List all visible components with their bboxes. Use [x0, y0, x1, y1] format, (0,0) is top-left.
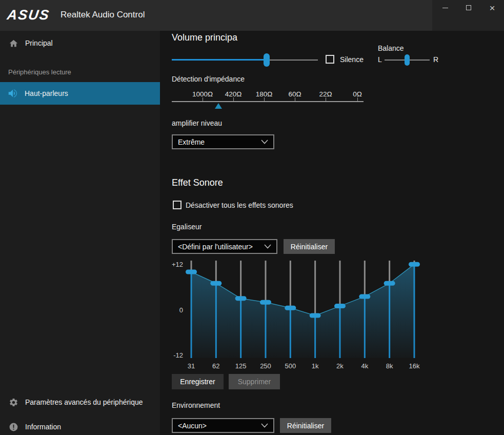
disable-all-effects-label: Désactiver tous les effets sonores	[186, 201, 293, 209]
balance-slider[interactable]	[385, 54, 430, 66]
environment-reset-button[interactable]: Réinitialiser	[280, 418, 331, 433]
chevron-down-icon	[261, 423, 268, 428]
environment-value: <Aucun>	[178, 422, 261, 430]
app-title: Realtek Audio Control	[61, 10, 145, 20]
info-icon	[9, 422, 18, 432]
titlebar: ASUS Realtek Audio Control ×	[0, 0, 504, 31]
home-icon	[9, 39, 18, 48]
amplifier-level-value: Extrême	[178, 138, 261, 146]
sidebar-item-label: Principal	[25, 39, 53, 47]
sidebar: Principal Périphériques lecture Haut-par…	[0, 31, 160, 435]
svg-text:62: 62	[212, 362, 219, 370]
amplifier-level-dropdown[interactable]: Extrême	[172, 134, 274, 149]
svg-text:2k: 2k	[336, 362, 344, 370]
svg-text:-12: -12	[173, 351, 183, 359]
silence-checkbox[interactable]	[326, 55, 334, 64]
balance-label: Balance	[378, 44, 404, 52]
volume-fill	[172, 59, 267, 61]
svg-text:125: 125	[235, 362, 247, 370]
delete-button[interactable]: Supprimer	[229, 374, 280, 389]
svg-text:16k: 16k	[409, 362, 419, 370]
equalizer-preset-value: <Défini par l'utilisateur>	[178, 243, 264, 251]
environment-label: Environnement	[172, 401, 220, 409]
impedance-tick-label: 1000Ω	[187, 90, 218, 98]
impedance-tick-label: 180Ω	[249, 90, 279, 98]
minimize-icon	[442, 8, 448, 8]
app-window: ASUS Realtek Audio Control × Principal P…	[0, 0, 504, 435]
sidebar-item-label: Haut-parleurs	[25, 89, 68, 97]
sound-effect-heading: Effet Sonore	[172, 177, 223, 188]
minimize-button[interactable]	[436, 0, 454, 15]
balance-left-label: L	[378, 55, 382, 64]
balance-thumb[interactable]	[405, 54, 410, 66]
impedance-tick	[357, 97, 358, 101]
chevron-down-icon	[264, 244, 271, 249]
svg-text:250: 250	[260, 362, 271, 370]
sidebar-item-haut-parleurs[interactable]: Haut-parleurs	[0, 82, 160, 105]
equalizer-reset-button[interactable]: Réinitialiser	[284, 239, 335, 254]
sidebar-item-principal[interactable]: Principal	[0, 33, 160, 53]
impedance-tick-label: 420Ω	[218, 90, 249, 98]
svg-text:8k: 8k	[386, 362, 393, 370]
sidebar-item-information[interactable]: Information	[0, 417, 160, 435]
impedance-tick-label: 60Ω	[279, 90, 310, 98]
svg-text:+12: +12	[172, 261, 183, 268]
volume-slider[interactable]	[172, 53, 318, 67]
balance-right-label: R	[433, 55, 438, 64]
sidebar-item-advanced-settings[interactable]: Paramètres avancés du périphérique	[0, 392, 160, 412]
impedance-tick	[326, 97, 326, 101]
close-button[interactable]: ×	[483, 0, 501, 15]
chevron-down-icon	[261, 140, 268, 144]
equalizer-label: Egaliseur	[172, 223, 201, 231]
maximize-icon	[466, 5, 471, 10]
close-icon: ×	[489, 3, 495, 13]
speaker-icon	[7, 88, 18, 99]
svg-text:0: 0	[179, 306, 183, 314]
save-button[interactable]: Enregistrer	[172, 374, 224, 389]
impedance-tick	[295, 97, 295, 101]
disable-all-effects-checkbox[interactable]	[173, 201, 182, 209]
equalizer-preset-dropdown[interactable]: <Défini par l'utilisateur>	[172, 239, 277, 254]
sidebar-section-playback-devices: Périphériques lecture	[8, 68, 71, 76]
maximize-button[interactable]	[460, 0, 477, 15]
environment-dropdown[interactable]: <Aucun>	[172, 418, 274, 433]
svg-text:500: 500	[285, 362, 296, 370]
volume-thumb[interactable]	[264, 53, 270, 67]
svg-text:4k: 4k	[361, 362, 368, 370]
main-panel: Volume principa Silence Balance L R Déte…	[160, 31, 504, 435]
impedance-scale: 1000Ω 420Ω 180Ω 60Ω 22Ω 0Ω	[172, 88, 367, 110]
volume-heading: Volume principa	[172, 32, 237, 43]
impedance-tick	[233, 97, 234, 101]
impedance-tick-label: 0Ω	[342, 90, 373, 98]
impedance-tick	[203, 97, 203, 101]
gear-icon	[9, 398, 18, 407]
silence-label: Silence	[340, 55, 364, 64]
impedance-axis-line	[172, 101, 364, 102]
amplifier-level-label: amplifier niveau	[172, 119, 222, 127]
svg-text:31: 31	[188, 362, 195, 370]
impedance-tick	[264, 97, 265, 101]
sidebar-item-label: Paramètres avancés du périphérique	[25, 398, 143, 406]
sidebar-item-label: Information	[25, 423, 61, 431]
svg-text:1k: 1k	[312, 362, 319, 370]
impedance-tick-label: 22Ω	[310, 90, 341, 98]
equalizer-chart[interactable]: +120-1231621252505001k2k4k8k16k	[172, 256, 438, 373]
impedance-label: Détection d'impédance	[172, 75, 245, 83]
asus-logo: ASUS	[6, 7, 51, 23]
impedance-marker-icon	[215, 103, 222, 109]
